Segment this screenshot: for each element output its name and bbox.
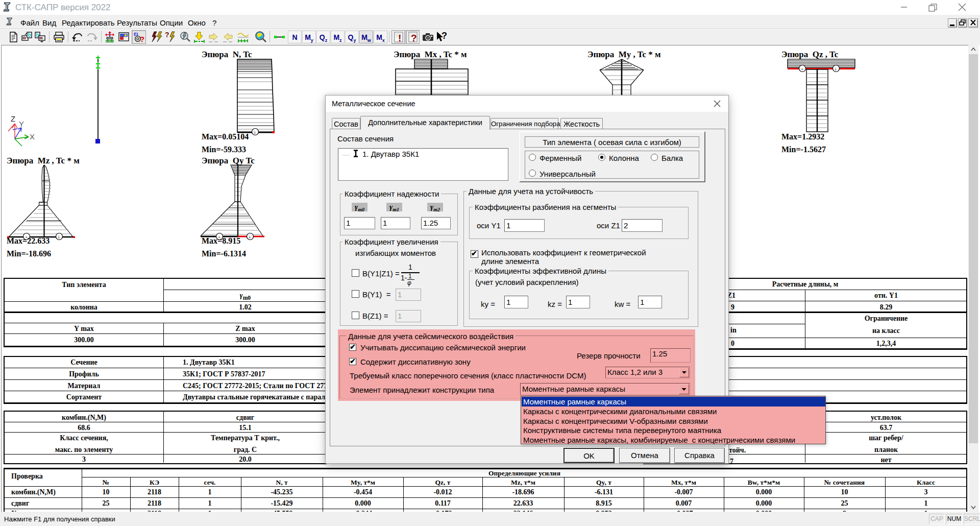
svg-text:Min=-59.333: Min=-59.333 — [202, 145, 246, 154]
svg-text:Эпюра Mx , Tc * м: Эпюра Mx , Tc * м — [394, 50, 467, 59]
svg-text:Z: Z — [11, 115, 15, 123]
svg-text:?: ? — [411, 33, 417, 43]
svg-text:Y: Y — [19, 119, 24, 128]
svg-text:b: b — [28, 32, 31, 38]
svg-text:Max=22.633: Max=22.633 — [7, 236, 50, 245]
svg-text:Min=-1.5627: Min=-1.5627 — [781, 145, 826, 154]
svg-text:?: ? — [442, 31, 447, 41]
svg-text:Эпюра My , Tc * м: Эпюра My , Tc * м — [587, 50, 661, 59]
svg-text:X: X — [30, 132, 35, 141]
svg-text:Эпюра Mz , Tc * м: Эпюра Mz , Tc * м — [7, 156, 80, 165]
svg-text:?: ? — [165, 31, 169, 39]
svg-text:Эпюра N, Tc: Эпюра N, Tc — [202, 50, 252, 59]
svg-text:Max=1.2932: Max=1.2932 — [781, 132, 824, 141]
svg-text:+: + — [801, 66, 803, 71]
svg-text:Max=8.915: Max=8.915 — [202, 236, 240, 245]
svg-text:?: ? — [140, 35, 144, 43]
svg-text:Max=0.05104: Max=0.05104 — [202, 132, 249, 141]
svg-text:!: ! — [398, 33, 401, 43]
svg-text:Эпюра Qz , Tc: Эпюра Qz , Tc — [781, 50, 839, 59]
svg-text:Min=-18.696: Min=-18.696 — [7, 249, 51, 258]
svg-text:Эпюра Qy Tc: Эпюра Qy Tc — [202, 156, 255, 165]
svg-text:Min=-6.1314: Min=-6.1314 — [202, 249, 246, 258]
